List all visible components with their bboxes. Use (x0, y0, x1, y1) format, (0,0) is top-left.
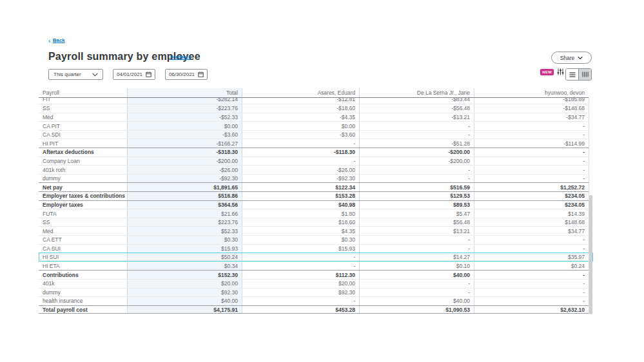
cell-value[interactable]: -$12.81 (242, 98, 359, 104)
table-row[interactable]: FIT-$282.14-$12.81-$83.44-$185.89 (39, 98, 589, 104)
cell-value[interactable]: $153.28 (242, 192, 359, 200)
cell-value[interactable]: $13.21 (359, 227, 474, 235)
cell-value[interactable]: $0.34 (127, 262, 242, 271)
table-scrollbar[interactable] (589, 98, 593, 314)
cell-value[interactable]: - (359, 175, 474, 183)
period-select[interactable]: This quarter (48, 69, 103, 80)
cell-value[interactable]: -$26.00 (242, 166, 359, 174)
column-view-button[interactable] (578, 69, 591, 80)
cell-value[interactable]: -$148.68 (474, 104, 589, 113)
table-row[interactable]: HI SUI$50.24-$14.27$35.97 (39, 252, 589, 262)
table-row[interactable]: CA PIT$0.00$0.00-- (39, 121, 589, 130)
table-row[interactable]: Total payroll cost$4,175.91$453.28$1,090… (39, 305, 589, 314)
cell-value[interactable]: $0.00 (127, 122, 242, 130)
cell-value[interactable]: -$56.48 (359, 104, 474, 113)
cell-value[interactable]: $18.60 (242, 218, 359, 227)
column-header-employee-2[interactable]: De La Serna Jr., Jane (359, 88, 474, 97)
table-row[interactable]: 401k roth-$26.00-$26.00-- (39, 165, 589, 174)
table-row[interactable]: 401k$20.00$20.00-- (39, 279, 589, 288)
cell-value[interactable]: $40.00 (359, 271, 474, 279)
table-row[interactable]: CA SUI$15.93$15.93-- (39, 244, 589, 253)
cell-value[interactable]: - (474, 245, 589, 253)
cell-value[interactable]: -$282.14 (127, 98, 242, 104)
cell-value[interactable]: -$92.30 (242, 175, 359, 183)
cell-value[interactable]: -$34.77 (474, 113, 589, 122)
table-row[interactable]: CA ETT$0.30$0.30-- (39, 235, 589, 244)
cell-value[interactable]: -$3.60 (127, 131, 242, 139)
cell-value[interactable]: -$26.00 (127, 166, 242, 174)
cell-value[interactable]: $1.80 (242, 209, 359, 218)
cell-value[interactable]: $5.47 (359, 209, 474, 218)
cell-value[interactable]: - (359, 122, 474, 130)
table-row[interactable]: dummy-$92.30-$92.30-- (39, 174, 589, 183)
table-row[interactable]: Company Loan-$200.00--$200.00- (39, 157, 589, 166)
cell-value[interactable]: -$166.27 (127, 139, 242, 148)
table-row[interactable]: health insurance$40.00-$40.00- (39, 296, 589, 305)
cell-value[interactable]: $364.56 (127, 201, 242, 209)
cell-value[interactable]: $2,632.10 (474, 306, 589, 314)
cell-value[interactable]: - (474, 297, 589, 305)
cell-value[interactable]: - (359, 245, 474, 253)
cell-value[interactable]: $4.35 (242, 227, 359, 235)
cell-value[interactable]: $1,891.65 (127, 183, 242, 191)
cell-value[interactable]: $21.66 (127, 209, 242, 218)
cell-value[interactable]: -$4.35 (242, 113, 359, 122)
cell-value[interactable]: $92.30 (242, 289, 359, 297)
cell-value[interactable]: -$118.30 (242, 148, 359, 157)
column-header-total[interactable]: Total (127, 88, 242, 97)
cell-value[interactable]: -$92.30 (127, 175, 242, 183)
column-header-payroll[interactable]: Payroll (39, 90, 127, 96)
cell-value[interactable]: $516.59 (359, 183, 474, 191)
cell-value[interactable]: - (242, 253, 359, 262)
list-view-button[interactable] (566, 69, 578, 80)
feedback-link[interactable]: Feedback (170, 55, 191, 59)
cell-value[interactable]: - (359, 289, 474, 297)
table-row[interactable]: FUTA$21.66$1.80$5.47$14.39 (39, 209, 589, 218)
cell-value[interactable]: $52.33 (127, 227, 242, 235)
table-row[interactable]: CA SDI-$3.60-$3.60-- (39, 130, 589, 139)
cell-value[interactable]: $4,175.91 (127, 306, 242, 314)
cell-value[interactable]: - (242, 157, 359, 166)
cell-value[interactable]: $92.30 (127, 289, 242, 297)
start-date-input[interactable]: 04/01/2021 (113, 69, 155, 80)
table-row[interactable]: dummy$92.30$92.30-- (39, 288, 589, 297)
cell-value[interactable]: - (474, 289, 589, 297)
cell-value[interactable]: -$18.60 (242, 104, 359, 113)
cell-value[interactable]: - (359, 131, 474, 139)
cell-value[interactable]: $0.10 (359, 262, 474, 271)
cell-value[interactable]: - (474, 175, 589, 183)
cell-value[interactable]: $14.39 (474, 209, 589, 218)
back-link[interactable]: ‹ Back (48, 37, 65, 43)
table-row[interactable]: Net pay$1,891.65$122.34$516.59$1,252.72 (39, 182, 589, 191)
cell-value[interactable]: - (242, 262, 359, 271)
table-row[interactable]: HI ETA$0.34-$0.10$0.24 (39, 262, 589, 271)
cell-value[interactable]: $34.77 (474, 227, 589, 235)
cell-value[interactable]: -$83.44 (359, 98, 474, 104)
cell-value[interactable]: $223.76 (127, 218, 242, 227)
share-button[interactable]: Share (551, 52, 592, 64)
cell-value[interactable]: - (474, 280, 589, 288)
cell-value[interactable]: $20.00 (127, 280, 242, 288)
cell-value[interactable]: - (474, 131, 589, 139)
cell-value[interactable]: -$13.21 (359, 113, 474, 122)
cell-value[interactable]: $56.48 (359, 218, 474, 227)
cell-value[interactable]: -$200.00 (359, 148, 474, 157)
cell-value[interactable]: $40.00 (127, 297, 242, 305)
cell-value[interactable]: - (474, 122, 589, 130)
cell-value[interactable]: -$52.33 (127, 113, 242, 122)
table-row[interactable]: Aftertax deductions-$318.30-$118.30-$200… (39, 148, 589, 157)
table-row[interactable]: Contributions$152.30$112.30$40.00- (39, 270, 589, 279)
table-row[interactable]: Employer taxes & contributions$516.86$15… (39, 191, 589, 200)
cell-value[interactable]: -$185.89 (474, 98, 589, 104)
cell-value[interactable]: $112.30 (242, 271, 359, 279)
cell-value[interactable]: - (474, 271, 589, 279)
cell-value[interactable]: $152.30 (127, 271, 242, 279)
table-row[interactable]: SS-$223.76-$18.60-$56.48-$148.68 (39, 104, 589, 113)
cell-value[interactable]: $0.30 (127, 236, 242, 244)
cell-value[interactable]: -$3.60 (242, 131, 359, 139)
cell-value[interactable]: - (474, 148, 589, 157)
cell-value[interactable]: - (359, 166, 474, 174)
cell-value[interactable]: -$318.30 (127, 148, 242, 157)
cell-value[interactable]: $453.28 (242, 306, 359, 314)
table-row[interactable]: SS$223.76$18.60$56.48$148.68 (39, 218, 589, 227)
